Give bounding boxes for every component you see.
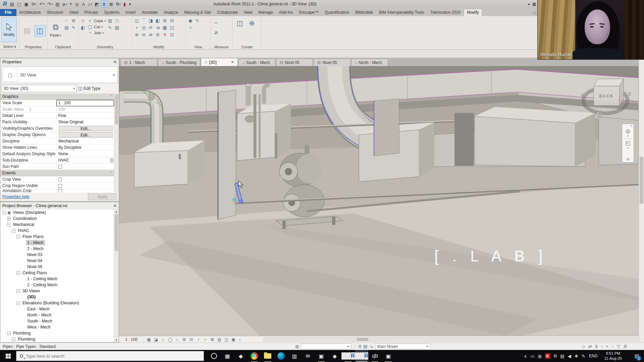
view-control-icon[interactable]: ☼: [160, 337, 166, 342]
tree-expander-icon[interactable]: [21, 241, 25, 245]
ribbon-tab[interactable]: View: [241, 9, 256, 16]
property-value[interactable]: Show Original: [57, 119, 114, 125]
tree-expander-icon[interactable]: [21, 259, 25, 263]
tree-expander-icon[interactable]: +: [7, 217, 11, 221]
titlebar-icon[interactable]: ◂: [528, 2, 530, 6]
vertical-scrollbar[interactable]: [639, 58, 644, 343]
start-button[interactable]: [0, 350, 16, 362]
view-control-icon[interactable]: ⌂: [174, 337, 180, 342]
drawing-area[interactable]: BACK N W E [ . L A B ] ✕ ◎ ▾ ◰ ▾ ⊖: [119, 66, 639, 336]
chevron-down-icon[interactable]: ▾: [627, 134, 629, 137]
view-control-icon[interactable]: ▤: [216, 337, 222, 342]
instance-selector[interactable]: 3D View: {3D}▾: [1, 85, 77, 92]
tree-item-label[interactable]: Nivel 05: [26, 264, 43, 269]
checkbox[interactable]: [58, 184, 62, 188]
property-value[interactable]: None: [57, 151, 114, 157]
tree-expander-icon[interactable]: [21, 283, 25, 287]
tree-expander-icon[interactable]: −: [16, 289, 20, 293]
tray-icon[interactable]: ▭: [530, 354, 534, 359]
ribbon-tab[interactable]: File: [0, 9, 16, 16]
ribbon-tab[interactable]: BIM Interoperability Tools: [376, 9, 427, 16]
horizontal-scrollbar[interactable]: [263, 337, 638, 342]
tree-item-label[interactable]: Coordination: [12, 216, 38, 221]
clipboard-icon[interactable]: ▤: [63, 24, 70, 31]
tree-item[interactable]: + Coordination: [0, 216, 119, 222]
geometry-icon[interactable]: ✎: [107, 24, 113, 31]
selection-toggle-icon[interactable]: ◌: [611, 344, 614, 349]
tree-expander-icon[interactable]: −: [16, 301, 20, 305]
ribbon-tab[interactable]: Precast: [82, 9, 101, 16]
taskbar-app-icon[interactable]: ✉: [301, 350, 315, 362]
modify-tool-icon[interactable]: ⊞: [162, 17, 168, 24]
modify-tool-icon[interactable]: ◨: [148, 17, 154, 24]
ribbon-tab[interactable]: Enscape™: [296, 9, 322, 16]
tree-item-label[interactable]: 2 - Ceiling Mech: [26, 283, 58, 287]
search-input[interactable]: [26, 354, 187, 359]
view-control-icon[interactable]: ⊠: [209, 337, 215, 342]
modify-tool-icon[interactable]: ⇄: [148, 32, 154, 38]
geometry-icon[interactable]: ▨: [114, 24, 120, 31]
close-icon[interactable]: ✕: [113, 203, 117, 208]
checkbox[interactable]: [58, 165, 62, 169]
clipboard-icon[interactable]: ✎: [70, 24, 77, 31]
tree-item-label[interactable]: {3D}: [26, 295, 37, 299]
collapse-control-bar-icon[interactable]: ‹: [239, 337, 240, 342]
zoom-icon[interactable]: ◰: [625, 140, 630, 146]
tree-expander-icon[interactable]: −: [16, 271, 20, 275]
view-control-icon[interactable]: ◯: [167, 337, 173, 342]
ribbon-tab[interactable]: Systems: [101, 9, 122, 16]
tree-item[interactable]: {3D}: [0, 294, 119, 300]
tree-item[interactable]: − Mechanical: [0, 222, 119, 228]
taskbar-app-icon[interactable]: ◆: [328, 350, 341, 362]
tree-item-label[interactable]: South - Mech: [26, 319, 53, 323]
view-tab[interactable]: Nivel 05: [314, 59, 351, 66]
modify-tool-icon[interactable]: ≣: [155, 32, 161, 38]
tree-item[interactable]: South - Mech: [0, 318, 119, 324]
property-row[interactable]: Extents ⌃: [0, 170, 119, 176]
design-option-dropdown[interactable]: Main Model: [375, 344, 430, 349]
property-row[interactable]: Sun Path ⌃: [0, 164, 119, 170]
ribbon-tab[interactable]: Insert: [122, 9, 139, 16]
type-selector[interactable]: ⌂ 3D View ▾: [1, 66, 118, 83]
tree-expander-icon[interactable]: [21, 325, 25, 329]
tree-item-label[interactable]: Views (Discipline): [12, 210, 47, 215]
tree-item[interactable]: Nivel 04: [0, 258, 119, 264]
ribbon-tab[interactable]: Collaborate: [214, 9, 240, 16]
ribbon-tab[interactable]: Quantification: [322, 9, 352, 16]
selection-toggle-icon[interactable]: +: [606, 344, 608, 349]
view-control-icon[interactable]: ⊟: [188, 337, 194, 342]
property-row[interactable]: Visibility/Graphics Overrides Edit... ⌃: [0, 125, 119, 132]
paste-button[interactable]: ⧉ Paste▾: [49, 17, 62, 42]
selection-toggle-icon[interactable]: ⇄: [588, 344, 592, 349]
property-row[interactable]: Parts Visibility Show Original ⌃: [0, 119, 119, 125]
tree-expander-icon[interactable]: [21, 319, 25, 323]
tree-expander-icon[interactable]: [21, 253, 25, 257]
tree-expander-icon[interactable]: −: [16, 235, 20, 239]
worksets-icon[interactable]: ◍: [295, 344, 299, 349]
tree-item[interactable]: − 3D Views: [0, 288, 119, 294]
tree-item-label[interactable]: Nivel 04: [26, 258, 43, 263]
property-value[interactable]: [57, 189, 114, 192]
modify-button[interactable]: Modify: [1, 17, 17, 42]
ribbon-tab[interactable]: Massing & Site: [181, 9, 214, 16]
close-icon[interactable]: ✕: [630, 125, 633, 128]
tree-item-label[interactable]: 1 - Mech: [26, 240, 45, 245]
property-value[interactable]: HVAC: [57, 158, 114, 163]
taskbar-app-icon[interactable]: ▣: [382, 350, 395, 362]
tree-expander-icon[interactable]: [21, 277, 25, 281]
checkbox[interactable]: [58, 189, 62, 192]
tree-item[interactable]: − Plumbing: [0, 330, 119, 336]
property-value[interactable]: 100: [57, 107, 114, 112]
modify-tool-icon[interactable]: ⟳: [148, 24, 154, 31]
tree-item[interactable]: Nivel 05: [0, 264, 119, 270]
property-row[interactable]: View Scale 1 : 100 ⌃: [0, 100, 119, 106]
view-tool-icon[interactable]: ≈: [187, 24, 194, 31]
tree-item-label[interactable]: Floor Plans: [21, 234, 45, 239]
properties-icon[interactable]: ◫: [34, 25, 46, 37]
tree-item[interactable]: − Elevations (Building Elevation): [0, 300, 119, 306]
edit-type-button[interactable]: ◫Edit Type: [78, 86, 100, 91]
scrollbar-thumb[interactable]: [640, 157, 643, 204]
create-tool-icon[interactable]: ◫: [234, 17, 246, 29]
tree-item[interactable]: 2 - Ceiling Mech: [0, 282, 119, 288]
modify-tool-icon[interactable]: ⊡: [169, 32, 175, 38]
